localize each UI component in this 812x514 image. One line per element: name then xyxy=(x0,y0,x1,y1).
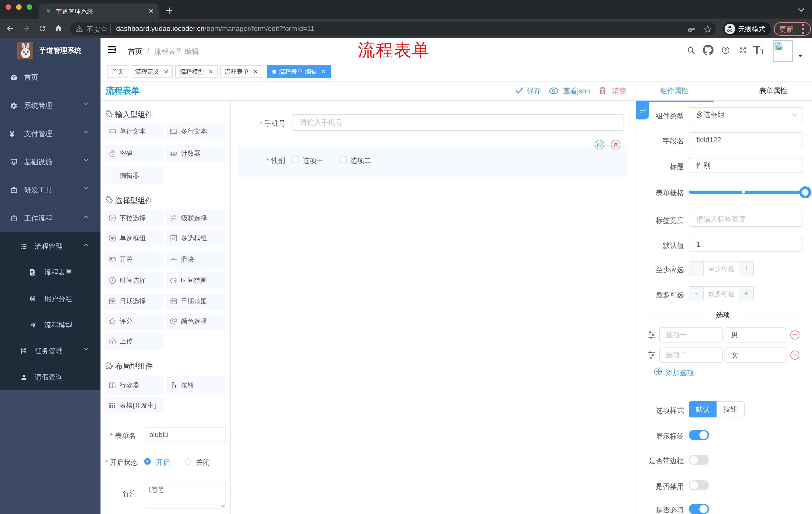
svg-text:123: 123 xyxy=(170,151,177,155)
